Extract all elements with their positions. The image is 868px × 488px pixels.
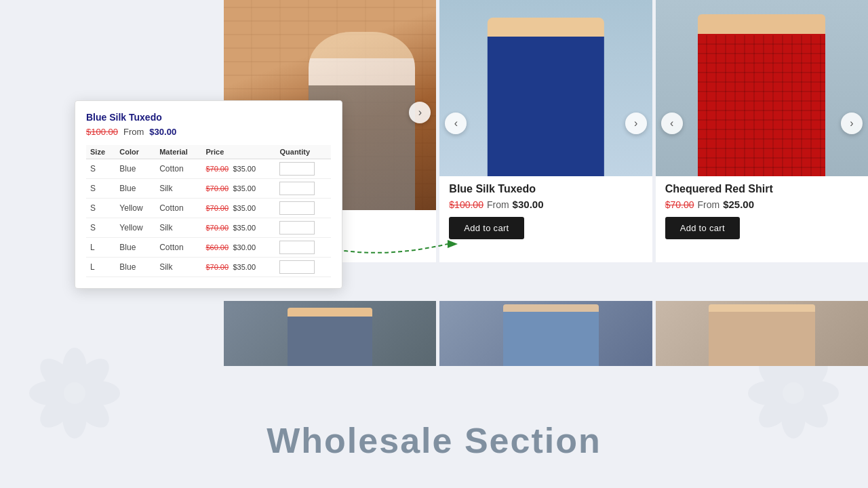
cell-price: $60.00 $30.00: [201, 238, 275, 258]
cell-size: L: [86, 258, 115, 277]
cell-color: Blue: [115, 258, 155, 277]
col-qty: Quantity: [275, 145, 331, 159]
svg-point-8: [64, 382, 85, 404]
price-original-cell: $70.00: [205, 165, 229, 173]
cell-color: Yellow: [115, 199, 155, 218]
qty-input[interactable]: [279, 162, 315, 176]
bottom-image-3: [656, 301, 868, 366]
cell-size: S: [86, 199, 115, 218]
col-material: Material: [155, 145, 201, 159]
cell-qty[interactable]: [275, 238, 331, 258]
cell-qty[interactable]: [275, 199, 331, 218]
bottom-card-3: [656, 301, 868, 366]
table-row: L Blue Silk $70.00 $35.00: [86, 258, 331, 277]
cell-material: Silk: [155, 179, 201, 199]
redshirt-price-original: $70.00: [665, 199, 694, 210]
redshirt-image: [656, 0, 868, 176]
wholesale-section-label: Wholesale Section: [0, 420, 868, 461]
price-original-cell: $70.00: [205, 184, 229, 192]
col-price: Price: [201, 145, 275, 159]
popup-price-original: $100.00: [86, 127, 118, 137]
popup-price-sale: $30.00: [149, 127, 176, 137]
price-original-cell: $70.00: [205, 204, 229, 212]
price-sale-cell: $35.00: [233, 224, 256, 232]
redshirt-price-sale: $25.00: [723, 199, 754, 210]
qty-input[interactable]: [279, 201, 315, 215]
redshirt-price: $70.00 From $25.00: [665, 199, 859, 210]
cell-color: Blue: [115, 238, 155, 258]
bottom-card-2: [439, 301, 652, 366]
cell-color: Blue: [115, 159, 155, 179]
qty-input[interactable]: [279, 182, 315, 195]
popup-variants-table: Size Color Material Price Quantity S Blu…: [86, 145, 331, 277]
qty-input[interactable]: [279, 221, 315, 235]
cell-qty[interactable]: [275, 159, 331, 179]
cell-size: S: [86, 218, 115, 238]
price-sale-cell: $35.00: [233, 184, 256, 192]
cell-price: $70.00 $35.00: [201, 179, 275, 199]
bag-next-arrow[interactable]: ›: [409, 102, 431, 123]
cell-size: S: [86, 179, 115, 199]
cell-material: Silk: [155, 218, 201, 238]
price-sale-cell: $35.00: [233, 204, 256, 212]
tuxedo-price: $100.00 From $30.00: [449, 199, 642, 210]
bottom-image-1: [224, 301, 436, 366]
cell-price: $70.00 $35.00: [201, 159, 275, 179]
cell-qty[interactable]: [275, 179, 331, 199]
bottom-image-2: [439, 301, 652, 366]
cell-material: Silk: [155, 258, 201, 277]
price-original-cell: $70.00: [205, 224, 229, 232]
tuxedo-add-to-cart-button[interactable]: Add to cart: [449, 217, 524, 239]
tuxedo-next-arrow[interactable]: ›: [625, 113, 647, 134]
redshirt-title: Chequered Red Shirt: [665, 183, 859, 195]
redshirt-price-from-label: From: [697, 199, 719, 210]
wholesale-title: Wholesale Section: [267, 421, 601, 460]
bottom-card-1: [224, 301, 436, 366]
tuxedo-price-sale: $30.00: [513, 199, 544, 210]
tuxedo-card-info: Blue Silk Tuxedo $100.00 From $30.00 Add…: [439, 176, 652, 247]
cell-material: Cotton: [155, 238, 201, 258]
table-row: L Blue Cotton $60.00 $30.00: [86, 238, 331, 258]
price-original-cell: $60.00: [205, 243, 229, 251]
cell-price: $70.00 $35.00: [201, 218, 275, 238]
col-size: Size: [86, 145, 115, 159]
cell-material: Cotton: [155, 159, 201, 179]
price-sale-cell: $30.00: [233, 243, 256, 251]
popup-title: Blue Silk Tuxedo: [86, 112, 331, 123]
qty-input[interactable]: [279, 241, 315, 254]
cell-qty[interactable]: [275, 218, 331, 238]
product-grid-bottom: [224, 301, 868, 366]
wholesale-popup: Blue Silk Tuxedo $100.00 From $30.00 Siz…: [75, 100, 342, 289]
table-row: S Blue Cotton $70.00 $35.00: [86, 159, 331, 179]
redshirt-prev-arrow[interactable]: ‹: [661, 113, 683, 134]
cell-color: Blue: [115, 179, 155, 199]
cell-size: L: [86, 238, 115, 258]
popup-price-row: $100.00 From $30.00: [86, 127, 331, 137]
tuxedo-price-original: $100.00: [449, 199, 484, 210]
cell-qty[interactable]: [275, 258, 331, 277]
tuxedo-image: [439, 0, 652, 176]
tuxedo-price-from-label: From: [487, 199, 509, 210]
svg-point-17: [783, 382, 804, 404]
qty-input[interactable]: [279, 260, 315, 274]
price-original-cell: $70.00: [205, 263, 229, 271]
price-sale-cell: $35.00: [233, 165, 256, 173]
cell-size: S: [86, 159, 115, 179]
table-row: S Yellow Cotton $70.00 $35.00: [86, 199, 331, 218]
tuxedo-title: Blue Silk Tuxedo: [449, 183, 642, 195]
product-card-redshirt: Chequered Red Shirt $70.00 From $25.00 A…: [656, 0, 868, 262]
redshirt-add-to-cart-button[interactable]: Add to cart: [665, 217, 740, 239]
cell-color: Yellow: [115, 218, 155, 238]
redshirt-card-info: Chequered Red Shirt $70.00 From $25.00 A…: [656, 176, 868, 247]
table-row: S Yellow Silk $70.00 $35.00: [86, 218, 331, 238]
cell-material: Cotton: [155, 199, 201, 218]
col-color: Color: [115, 145, 155, 159]
price-sale-cell: $35.00: [233, 263, 256, 271]
table-row: S Blue Silk $70.00 $35.00: [86, 179, 331, 199]
popup-price-from: From: [123, 127, 144, 137]
cell-price: $70.00 $35.00: [201, 199, 275, 218]
product-card-tuxedo: Blue Silk Tuxedo $100.00 From $30.00 Add…: [439, 0, 652, 262]
cell-price: $70.00 $35.00: [201, 258, 275, 277]
